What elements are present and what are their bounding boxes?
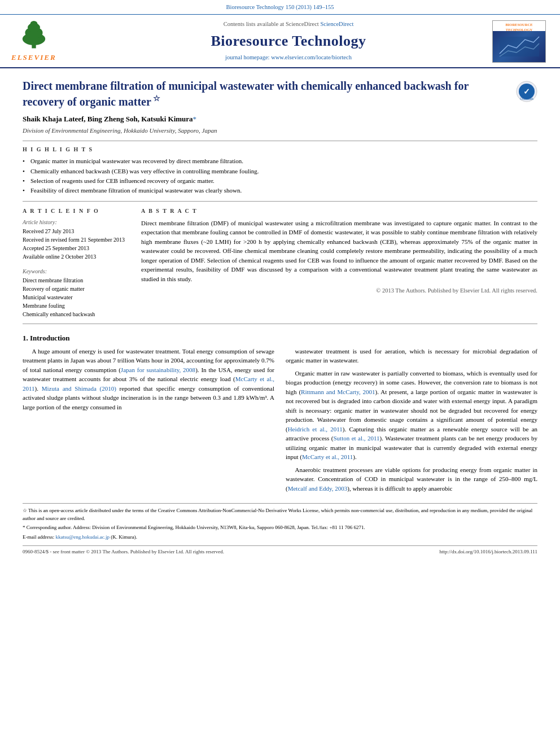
highlights-list: Organic matter in municipal wastewater w…	[23, 157, 537, 195]
top-citation-bar: Bioresource Technology 150 (2013) 149–15…	[0, 0, 560, 15]
keywords-label: Keywords:	[23, 268, 130, 276]
intro-para-4: Anaerobic treatment processes are viable…	[286, 465, 537, 493]
svg-point-4	[30, 21, 38, 27]
footer-bottom-bar: 0960-8524/$ - see front matter © 2013 Th…	[23, 545, 537, 556]
highlights-label: H I G H L I G H T S	[23, 146, 537, 154]
journal-citation: Bioresource Technology 150 (2013) 149–15…	[226, 4, 334, 10]
doi-link[interactable]: http://dx.doi.org/10.1016/j.biortech.201…	[440, 548, 537, 556]
elsevier-wordmark: ELSEVIER	[11, 53, 56, 63]
sciencedirect-line: Contents lists available at ScienceDirec…	[90, 20, 487, 29]
ref-mizuta[interactable]: Mizuta and Shimada (2010)	[42, 385, 116, 392]
highlights-section: H I G H L I G H T S Organic matter in mu…	[23, 146, 537, 195]
article-title-section: Direct membrane filtration of municipal …	[23, 78, 537, 110]
footnote-1: ☆ This is an open-access article distrib…	[23, 507, 537, 522]
article-history-label: Article history:	[23, 219, 130, 226]
authors-names: Shaik Khaja Lateef, Bing Zheng Soh, Kats…	[23, 115, 193, 123]
abstract-label: A B S T R A C T	[141, 207, 537, 215]
history-item-3: Accepted 25 September 2013	[23, 244, 130, 252]
intro-left-col: A huge amount of energy is used for wast…	[23, 347, 274, 497]
history-item-1: Received 27 July 2013	[23, 228, 130, 235]
keywords-section: Keywords: Direct membrane filtration Rec…	[23, 268, 130, 318]
journal-header: ELSEVIER Contents lists available at Sci…	[0, 15, 560, 68]
page-container: Bioresource Technology 150 (2013) 149–15…	[0, 0, 560, 567]
intro-para-3: Organic matter in raw wastewater is part…	[286, 369, 537, 462]
affiliation: Division of Environmental Engineering, H…	[23, 126, 537, 135]
keyword-4: Membrane fouling	[23, 302, 130, 310]
svg-text:CrossMark: CrossMark	[520, 97, 534, 101]
keyword-2: Recovery of organic matter	[23, 285, 130, 293]
intro-para-1: A huge amount of energy is used for wast…	[23, 347, 274, 412]
article-info-label: A R T I C L E I N F O	[23, 207, 130, 215]
journal-logo-area: ELSEVIER	[11, 20, 85, 63]
keyword-3: Municipal wastewater	[23, 294, 130, 302]
divider-before-intro	[23, 324, 537, 324]
article-title-text: Direct membrane filtration of municipal …	[23, 78, 510, 110]
journal-homepage: journal homepage: www.elsevier.com/locat…	[90, 54, 487, 62]
intro-heading: 1. Introduction	[23, 333, 537, 343]
title-star: ☆	[151, 94, 161, 103]
ref-heidrich[interactable]: Heidrich et al., 2011	[288, 426, 343, 433]
abstract-text: Direct membrane filtration (DMF) of muni…	[141, 219, 537, 284]
abstract-rights: © 2013 The Authors. Published by Elsevie…	[141, 287, 537, 295]
corresponding-star: *	[193, 115, 197, 123]
divider-before-two-col	[23, 201, 537, 202]
highlight-item-4: Feasibility of direct membrane filtratio…	[23, 186, 537, 195]
highlight-item-2: Chemically enhanced backwash (CEB) was v…	[23, 167, 537, 176]
author-email-link[interactable]: kkatsu@eng.hokudai.ac.jp	[55, 534, 110, 540]
sciencedirect-link[interactable]: ScienceDirect	[320, 21, 353, 27]
keyword-1: Direct membrane filtration	[23, 277, 130, 285]
journal-cover-inner	[497, 31, 542, 60]
article-info-col: A R T I C L E I N F O Article history: R…	[23, 207, 130, 319]
history-item-2: Received in revised form 21 September 20…	[23, 236, 130, 244]
journal-title: Bioresource Technology	[90, 31, 487, 51]
intro-two-col: A huge amount of energy is used for wast…	[23, 347, 537, 497]
journal-cover-area: BIORESOURCETECHNOLOGY	[492, 20, 549, 63]
introduction-section: 1. Introduction A huge amount of energy …	[23, 333, 537, 497]
svg-text:✓: ✓	[523, 88, 530, 96]
ref-metcalf[interactable]: Metcalf and Eddy, 2003	[288, 485, 348, 492]
journal-cover-image: BIORESOURCETECHNOLOGY	[492, 20, 546, 63]
ref-sutton[interactable]: Sutton et al., 2011	[334, 435, 380, 442]
article-history-section: Article history: Received 27 July 2013 R…	[23, 219, 130, 261]
footnote-email: E-mail address: kkatsu@eng.hokudai.ac.jp…	[23, 534, 537, 541]
article-title: Direct membrane filtration of municipal …	[23, 78, 510, 110]
authors-line: Shaik Khaja Lateef, Bing Zheng Soh, Kats…	[23, 114, 537, 124]
svg-rect-5	[500, 37, 539, 56]
intro-right-col: wastewater treatment is used for aeratio…	[286, 347, 537, 497]
journal-url[interactable]: www.elsevier.com/locate/biortech	[271, 54, 352, 60]
article-content: Direct membrane filtration of municipal …	[0, 68, 560, 567]
divider-after-affiliation	[23, 141, 537, 141]
elsevier-logo: ELSEVIER	[11, 20, 85, 63]
journal-header-center: Contents lists available at ScienceDirec…	[90, 20, 487, 62]
history-item-4: Available online 2 October 2013	[23, 253, 130, 261]
two-col-section: A R T I C L E I N F O Article history: R…	[23, 207, 537, 319]
crossmark-badge-icon: ✓ CrossMark	[516, 81, 537, 102]
ref-rittmann[interactable]: Rittmann and McCarty, 2001	[301, 388, 375, 395]
highlight-item-1: Organic matter in municipal wastewater w…	[23, 157, 537, 165]
cover-chart-icon	[497, 31, 542, 59]
abstract-col: A B S T R A C T Direct membrane filtrati…	[141, 207, 537, 319]
elsevier-tree-icon	[11, 20, 56, 51]
intro-para-2: wastewater treatment is used for aeratio…	[286, 347, 537, 365]
ref-mccarty-2011b[interactable]: McCarty et al., 2011	[302, 453, 353, 460]
footnote-2: * Corresponding author. Address: Divisio…	[23, 524, 537, 532]
keyword-5: Chemically enhanced backwash	[23, 311, 130, 318]
ref-japan-sustainability[interactable]: Japan for sustainability, 2008	[121, 366, 195, 373]
footer-notes: ☆ This is an open-access article distrib…	[23, 503, 537, 541]
issn-line: 0960-8524/$ - see front matter © 2013 Th…	[23, 548, 224, 556]
highlight-item-3: Selection of reagents used for CEB influ…	[23, 177, 537, 185]
